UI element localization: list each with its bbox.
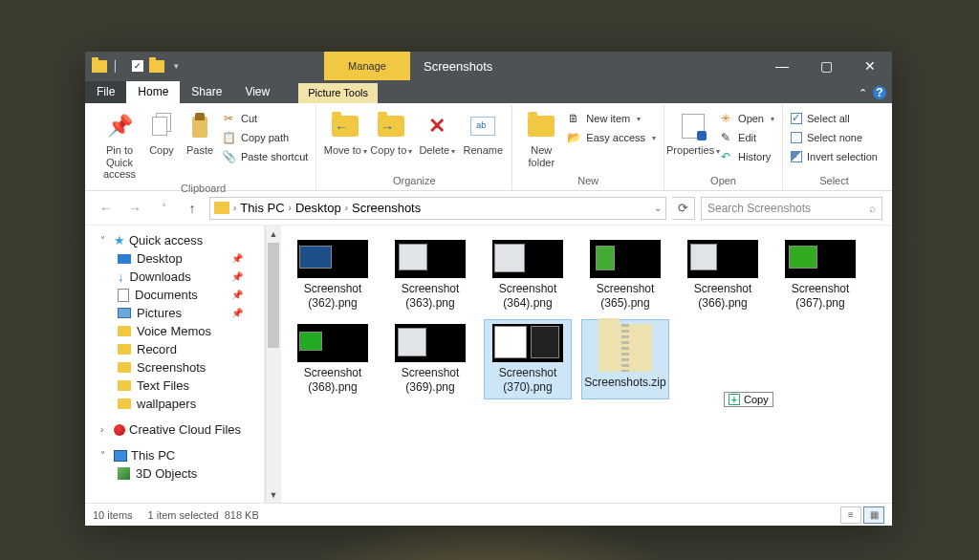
location-folder-icon [214,202,229,214]
paste-shortcut-button[interactable]: 📎Paste shortcut [219,147,310,166]
up-button[interactable]: ↑ [181,197,204,220]
qat-dropdown-icon[interactable]: ▾ [167,57,185,75]
select-all-button[interactable]: Select all [789,109,880,128]
forward-button[interactable]: → [123,197,146,220]
tab-picture-tools[interactable]: Picture Tools [298,83,378,103]
pin-to-quick-access-button[interactable]: 📌 Pin to Quick access [97,105,142,181]
nav-record[interactable]: Record [97,340,264,358]
properties-button[interactable]: Properties▾ [670,105,716,157]
ribbon-group-organize: ← Move to▾ → Copy to▾ ✕ Delete▾ Rename O… [316,105,512,190]
ribbon-group-clipboard: 📌 Pin to Quick access Copy Paste ✂Cut 📋C… [91,105,316,190]
breadcrumb-thispc[interactable]: This PC [240,201,284,215]
new-item-button[interactable]: 🗎New item▾ [564,109,658,128]
pinned-icon: 📌 [231,253,243,264]
tab-home[interactable]: Home [126,81,180,103]
tab-view[interactable]: View [233,81,281,103]
edit-button[interactable]: ✎Edit [716,128,776,147]
chevron-right-icon[interactable]: › [233,203,236,213]
thispc-icon [114,450,127,462]
nav-wallpapers[interactable]: wallpapers [97,395,264,413]
paste-button[interactable]: Paste [181,105,219,157]
invert-selection-button[interactable]: Invert selection [789,147,880,166]
chevron-right-icon: › [100,424,110,435]
nav-quick-access[interactable]: ˅★Quick access [97,231,264,249]
delete-button[interactable]: ✕ Delete▾ [414,105,460,157]
chevron-down-icon: ˅ [100,235,110,246]
moveto-icon: ← [330,111,360,141]
breadcrumb-screenshots[interactable]: Screenshots [352,201,421,215]
nav-documents[interactable]: Documents📌 [97,286,264,304]
file-item[interactable]: Screenshot (363).png [386,235,474,315]
chevron-right-icon[interactable]: › [345,203,348,213]
select-none-button[interactable]: Select none [789,128,880,147]
chevron-right-icon[interactable]: › [289,203,292,213]
nav-downloads[interactable]: ↓Downloads📌 [97,268,264,286]
refresh-button[interactable]: ⟳ [672,197,695,220]
title-bar: ▏ ✓ ▾ Manage Screenshots — ▢ ✕ [85,52,892,80]
maximize-button[interactable]: ▢ [804,52,848,80]
nav-voice-memos[interactable]: Voice Memos [97,322,264,340]
file-item[interactable]: Screenshot (365).png [581,235,669,315]
image-thumbnail [297,324,368,362]
status-bar: 10 items 1 item selected 818 KB ≡ ▦ [85,503,892,526]
file-name-label: Screenshot (369).png [389,366,471,395]
nav-scrollbar[interactable]: ▲ ▼ [265,226,281,503]
breadcrumb-desktop[interactable]: Desktop [295,201,341,215]
help-icon[interactable]: ? [873,86,886,99]
folder-icon [118,344,131,355]
breadcrumb-dropdown-icon[interactable]: ⌄ [654,203,662,213]
window-title: Screenshots [410,52,760,80]
back-button[interactable]: ← [95,197,118,220]
rename-button[interactable]: Rename [460,105,506,157]
history-button[interactable]: ↶History [716,147,776,166]
nav-3d-objects[interactable]: 3D Objects [97,464,264,483]
file-grid[interactable]: Screenshot (362).pngScreenshot (363).png… [281,226,892,503]
nav-creative-cloud[interactable]: ›Creative Cloud Files [97,420,264,439]
new-folder-button[interactable]: New folder [518,105,564,168]
pinned-icon: 📌 [231,308,243,318]
file-item[interactable]: Screenshot (368).png [289,319,377,399]
open-button[interactable]: ✳Open▾ [716,109,776,128]
file-name-label: Screenshots.zip [584,376,665,390]
delete-icon: ✕ [422,111,452,141]
file-name-label: Screenshot (370).png [487,366,569,395]
file-item[interactable]: Screenshot (369).png [386,319,474,399]
nav-this-pc[interactable]: ˅This PC [97,446,264,464]
minimize-button[interactable]: — [760,52,804,80]
file-item[interactable]: Screenshot (364).png [484,235,572,315]
recent-locations-button[interactable]: ˅ [152,197,175,220]
search-input[interactable]: Search Screenshots ⌕ [701,197,882,220]
close-button[interactable]: ✕ [848,52,892,80]
content-area: ˅★Quick access Desktop📌 ↓Downloads📌 Docu… [85,226,892,503]
icons-view-button[interactable]: ▦ [863,506,884,524]
tab-file[interactable]: File [85,81,126,103]
scroll-up-icon[interactable]: ▲ [266,226,281,242]
file-item[interactable]: Screenshot (367).png [776,235,864,315]
cut-button[interactable]: ✂Cut [219,109,310,128]
easy-access-button[interactable]: 📂Easy access▾ [564,128,658,147]
file-item[interactable]: Screenshots.zip [581,319,669,399]
copy-button[interactable]: Copy [142,105,181,157]
copy-to-button[interactable]: → Copy to▾ [368,105,414,157]
nav-desktop[interactable]: Desktop📌 [97,249,264,268]
image-thumbnail [492,324,563,362]
invert-icon [791,151,802,162]
file-item[interactable]: Screenshot (370).png [484,319,572,399]
scroll-down-icon[interactable]: ▼ [266,486,281,503]
file-name-label: Screenshot (367).png [779,282,861,311]
file-item[interactable]: Screenshot (366).png [679,235,767,315]
move-to-button[interactable]: ← Move to▾ [322,105,368,157]
nav-screenshots[interactable]: Screenshots [97,358,264,377]
details-view-button[interactable]: ≡ [840,506,861,524]
properties-qat-icon[interactable]: ✓ [129,57,146,75]
nav-pictures[interactable]: Pictures📌 [97,304,264,322]
nav-text-files[interactable]: Text Files [97,377,264,395]
copy-path-button[interactable]: 📋Copy path [219,128,310,147]
navigation-pane: ˅★Quick access Desktop📌 ↓Downloads📌 Docu… [85,226,265,503]
newfolder-qat-icon[interactable] [148,57,165,75]
tab-share[interactable]: Share [180,81,233,103]
file-item[interactable]: Screenshot (362).png [289,235,377,315]
scrollbar-thumb[interactable] [268,243,279,348]
breadcrumb[interactable]: › This PC › Desktop › Screenshots ⌄ [209,197,666,220]
collapse-ribbon-icon[interactable]: ⌃ [859,87,867,99]
